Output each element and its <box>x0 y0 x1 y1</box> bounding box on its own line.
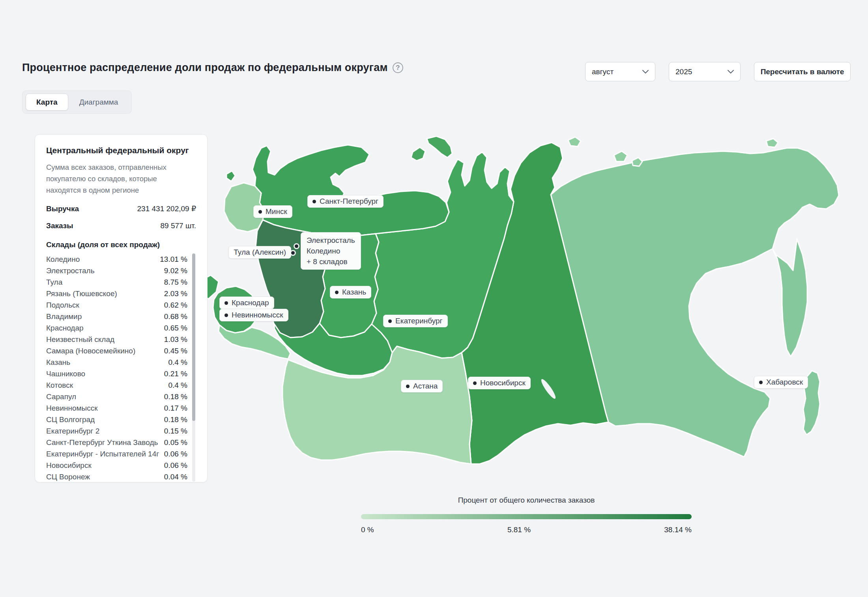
warehouse-name: Электросталь <box>46 267 95 275</box>
warehouse-row: Рязань (Тюшевское) 2.03 % <box>46 288 187 299</box>
warehouse-share: 0.65 % <box>164 324 187 332</box>
map-marker-label: Невинномысск <box>232 311 283 319</box>
marker-dot-icon <box>312 200 316 203</box>
warehouse-row: Тула 8.75 % <box>46 276 187 288</box>
recalculate-currency-button[interactable]: Пересчитать в валюте <box>754 62 851 81</box>
cluster-line: + 8 складов <box>307 256 355 267</box>
warehouse-name: Екатеринбург 2 <box>46 427 99 436</box>
warehouse-share: 9.02 % <box>164 267 187 275</box>
sales-distribution-dashboard: Процентное распределение доли продаж по … <box>0 0 868 597</box>
warehouse-share: 0.45 % <box>164 347 187 355</box>
warehouse-share: 0.62 % <box>164 301 187 310</box>
warehouse-list: Коледино 13.01 % Электросталь 9.02 % Тул… <box>46 253 196 482</box>
warehouse-row: Невинномысск 0.17 % <box>46 402 187 414</box>
chevron-down-icon <box>728 70 734 74</box>
warehouse-share: 0.18 % <box>164 392 187 401</box>
map-marker-krasnodar[interactable]: Краснодар <box>219 297 274 309</box>
warehouse-share: 1.03 % <box>164 335 187 344</box>
warehouse-share: 0.04 % <box>164 473 187 481</box>
orders-label: Заказы <box>46 222 73 230</box>
map-marker-label: Хабаровск <box>766 378 803 387</box>
warehouse-name: Новосибирск <box>46 461 92 470</box>
map-marker-label: Краснодар <box>232 298 269 307</box>
map-marker-tula[interactable]: Тула (Алексин) <box>228 246 291 259</box>
warehouse-share: 0.17 % <box>164 404 187 413</box>
map-marker-kazan[interactable]: Казань <box>330 286 371 298</box>
warehouse-name: Подольск <box>46 301 79 310</box>
map-marker-label: Астана <box>413 382 438 390</box>
warehouse-share: 0.4 % <box>168 381 187 390</box>
warehouse-row: Санкт-Петербург Уткина Заводь 0.05 % <box>46 437 187 448</box>
warehouse-name: Неизвестный склад <box>46 335 114 344</box>
map-marker-nevinnomyssk[interactable]: Невинномысск <box>219 309 288 321</box>
warehouse-row: Краснодар 0.65 % <box>46 322 187 334</box>
page-title: Процентное распределение доли продаж по … <box>22 62 388 74</box>
warehouse-name: Рязань (Тюшевское) <box>46 289 117 298</box>
warehouse-share: 0.06 % <box>164 461 187 470</box>
region-severnaya-zemlya[interactable] <box>568 137 581 146</box>
warehouse-row: Котовск 0.4 % <box>46 379 187 391</box>
revenue-label: Выручка <box>46 205 79 213</box>
marker-dot-icon <box>258 210 262 214</box>
tab-diagram[interactable]: Диаграмма <box>69 94 129 111</box>
warehouse-name: Тула <box>46 278 62 287</box>
revenue-row: Выручка 231 431 202,09 ₽ <box>46 204 196 213</box>
year-select-value: 2025 <box>675 68 692 76</box>
region-wrangel-island[interactable] <box>766 139 778 147</box>
legend-gradient-bar <box>361 514 692 519</box>
warehouse-share: 13.01 % <box>160 255 187 264</box>
warehouse-name: Краснодар <box>46 324 84 332</box>
year-select[interactable]: 2025 <box>669 62 741 81</box>
warehouse-row: Подольск 0.62 % <box>46 299 187 311</box>
map-marker-ekaterinburg[interactable]: Екатеринбург <box>383 315 448 327</box>
region-novaya-zemlya[interactable] <box>427 136 452 158</box>
map-marker-label: Минск <box>266 207 287 216</box>
warehouse-name: Коледино <box>46 255 80 264</box>
map-marker-label: Санкт-Петербург <box>320 197 378 206</box>
warehouse-name: Чашниково <box>46 370 85 378</box>
district-title: Центральный федеральный округ <box>46 146 196 155</box>
orders-row: Заказы 89 577 шт. <box>46 222 196 230</box>
help-icon[interactable]: ? <box>393 62 403 73</box>
map-marker-warehouse-cluster[interactable]: Электросталь Коледино + 8 складов <box>301 232 361 270</box>
region-novaya-zemlya-south[interactable] <box>411 147 425 161</box>
warehouse-row: Екатеринбург - Испытателей 14г 0.06 % <box>46 448 187 460</box>
region-kaliningrad[interactable] <box>226 171 235 181</box>
legend-min: 0 % <box>361 526 374 534</box>
district-info-panel: Центральный федеральный округ Сумма всех… <box>35 134 208 482</box>
map-marker-label: Тула (Алексин) <box>234 248 286 257</box>
cluster-line: Коледино <box>307 246 355 256</box>
warehouse-name: Казань <box>46 358 70 367</box>
marker-dot-icon <box>224 301 228 305</box>
tab-map[interactable]: Карта <box>26 94 68 111</box>
legend-mid: 5.81 % <box>507 526 531 534</box>
legend-max: 38.14 % <box>664 526 692 534</box>
map-marker-astana[interactable]: Астана <box>401 380 443 392</box>
map-marker-novosibirsk[interactable]: Новосибирск <box>468 377 531 389</box>
month-select-value: август <box>592 68 614 76</box>
russia-choropleth-map: Санкт-Петербург Минск Тула (Алексин) Эле… <box>193 136 840 468</box>
map-marker-khabarovsk[interactable]: Хабаровск <box>754 376 808 389</box>
header-controls: август 2025 Пересчитать в валюте <box>585 62 851 81</box>
scrollbar-thumb[interactable] <box>192 253 195 421</box>
map-marker-minsk[interactable]: Минск <box>253 205 292 218</box>
warehouse-row: Чашниково 0.21 % <box>46 368 187 379</box>
warehouse-name: Санкт-Петербург Уткина Заводь <box>46 438 158 447</box>
warehouse-share: 0.68 % <box>164 312 187 321</box>
warehouse-share: 0.15 % <box>164 427 187 436</box>
map-marker-label: Новосибирск <box>480 379 526 387</box>
orders-value: 89 577 шт. <box>160 222 196 230</box>
month-select[interactable]: август <box>585 62 655 81</box>
warehouse-name: Екатеринбург - Испытателей 14г <box>46 450 159 458</box>
map-marker-label: Екатеринбург <box>395 317 443 325</box>
warehouse-name: СЦ Воронеж <box>46 473 90 481</box>
legend-title: Процент от общего количества заказов <box>361 496 692 505</box>
chevron-down-icon <box>642 70 649 74</box>
warehouse-share: 0.06 % <box>164 450 187 458</box>
warehouse-share: 8.75 % <box>164 278 187 287</box>
marker-dot-icon <box>224 314 228 317</box>
region-new-siberian-islands[interactable] <box>614 151 627 161</box>
map-marker-spb[interactable]: Санкт-Петербург <box>307 195 383 208</box>
warehouse-share: 0.4 % <box>168 358 187 367</box>
marker-dot-icon <box>295 244 298 248</box>
